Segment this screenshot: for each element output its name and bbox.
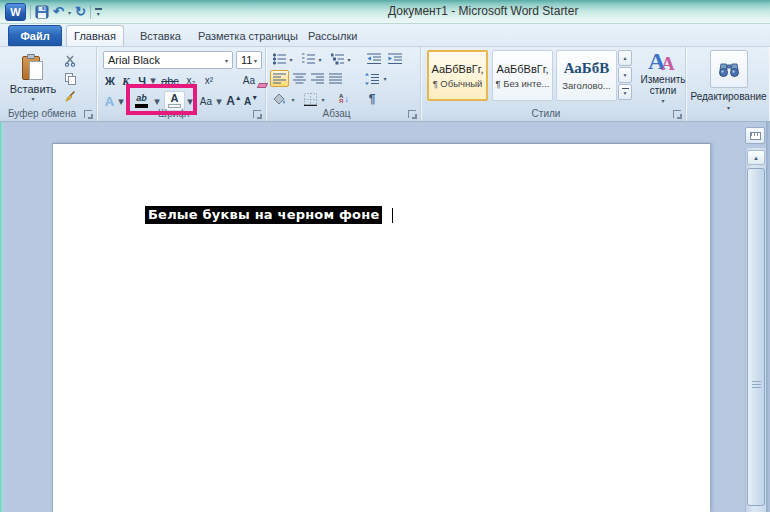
copy-button[interactable] [60,70,80,87]
numbering-button[interactable] [300,51,316,67]
line-spacing-button[interactable] [363,70,381,87]
line-spacing-dropdown-icon[interactable]: ▾ [381,70,389,87]
multilevel-dropdown-icon[interactable]: ▾ [345,51,353,67]
cut-button[interactable] [60,52,80,69]
styles-scroll-up-button[interactable]: ▲ [618,50,632,66]
undo-icon[interactable]: ↶ [53,5,64,19]
increase-indent-button[interactable] [386,51,404,67]
align-left-icon [273,73,286,84]
decrease-indent-button[interactable] [365,51,383,67]
scrollbar-grip-icon [752,381,761,388]
style-no-spacing[interactable]: АаБбВвГг, ¶ Без инте... [492,50,553,101]
clipboard-dialog-launcher-icon[interactable] [84,110,92,118]
change-styles-icon: А А [648,49,678,73]
group-styles: АаБбВвГг, ¶ Обычный АаБбВвГг, ¶ Без инте… [421,47,686,121]
ribbon-tab-row: Файл Главная Вставка Разметка страницы Р… [0,24,770,46]
copy-icon [65,73,76,85]
change-styles-button[interactable]: А А Изменить стили ▾ [640,49,686,107]
divider [30,5,31,19]
superscript-button[interactable]: x² [200,72,218,89]
document-workspace: Белые буквы на черном фоне ▲ [0,122,770,512]
styles-group-label: Стили [421,108,671,119]
clipboard-group-label: Буфер обмена [2,108,82,119]
tab-home[interactable]: Главная [66,25,124,46]
justify-button[interactable] [327,70,344,87]
styles-gallery-more-button[interactable]: ▼ [618,84,632,100]
paragraph-group-label: Абзац [267,108,406,119]
font-group-label: Шрифт [98,108,251,119]
down-caret-icon: ▼ [251,94,258,101]
multilevel-list-button[interactable] [329,51,345,67]
ruler-icon [750,132,761,140]
font-size-combobox[interactable]: 11 ▾ [236,51,262,69]
font-family-value: Arial Black [108,54,160,66]
shading-button[interactable] [271,90,289,108]
style-name: ¶ Без инте... [495,78,549,89]
multilevel-list-icon [331,53,344,65]
undo-dropdown-icon[interactable]: ▾ [68,9,71,16]
strikethrough-button[interactable]: abc [159,72,181,89]
font-family-combobox[interactable]: Arial Black ▾ [103,51,233,69]
document-page[interactable]: Белые буквы на черном фоне [52,143,710,512]
sort-button[interactable]: АЯ ↓ [334,90,354,108]
tab-page-layout[interactable]: Разметка страницы [186,25,310,46]
bar [622,88,629,89]
style-heading1[interactable]: АаБбВ Заголово... [556,50,617,101]
underline-dropdown-icon[interactable]: ▾ [149,72,157,89]
paste-label: Вставить [10,83,57,95]
style-normal[interactable]: АаБбВвГг, ¶ Обычный [427,50,488,101]
tab-mailings[interactable]: Рассылки [296,25,369,46]
title-bar: W ↶ ▾ ↻ ▾ Документ1 - Microsoft Word Sta… [0,0,770,24]
chevron-down-icon: ▾ [254,57,257,64]
decrease-indent-icon [367,53,381,65]
paste-clipboard-icon [22,55,44,82]
tab-insert[interactable]: Вставка [128,25,193,46]
scissors-icon [64,55,76,67]
bullets-dropdown-icon[interactable]: ▾ [287,51,295,67]
editing-dropdown-icon[interactable]: ▾ [688,104,769,111]
format-painter-button[interactable] [60,88,80,105]
scrollbar-thumb[interactable] [747,168,765,506]
group-font: Arial Black ▾ 11 ▾ Ж К Ч ▾ abc x₂ x² Аа [98,47,266,121]
sort-letters: АЯ [339,94,343,104]
shading-dropdown-icon[interactable]: ▾ [289,90,297,108]
align-center-button[interactable] [291,70,308,87]
vertical-scrollbar[interactable]: ▲ [745,148,766,512]
numbering-dropdown-icon[interactable]: ▾ [316,51,324,67]
customize-qat-icon[interactable]: ▾ [95,8,102,16]
bullets-button[interactable] [271,51,287,67]
highlighted-text[interactable]: Белые буквы на черном фоне [145,206,382,224]
subscript-button[interactable]: x₂ [182,72,200,89]
show-paragraph-marks-button[interactable]: ¶ [363,90,381,108]
binoculars-icon [718,60,740,78]
paint-bucket-icon [273,93,287,106]
change-styles-label: Изменить стили [640,74,686,96]
clear-formatting-button[interactable]: Аа [238,72,260,89]
paragraph-dialog-launcher-icon[interactable] [408,110,416,118]
paste-dropdown-icon[interactable]: ▾ [31,95,34,102]
word-logo-icon[interactable]: W [5,3,26,21]
arrow: ▾ [97,12,100,16]
redo-icon[interactable]: ↻ [75,5,86,19]
underline-button[interactable]: Ч [135,72,149,89]
style-name: ¶ Обычный [433,78,483,89]
align-right-button[interactable] [309,70,326,87]
borders-dropdown-icon[interactable]: ▾ [319,90,327,108]
styles-dialog-launcher-icon[interactable] [673,110,681,118]
paste-button[interactable]: Вставить ▾ [10,50,56,107]
font-dialog-launcher-icon[interactable] [253,110,261,118]
bold-button[interactable]: Ж [102,72,118,89]
styles-scroll-down-button[interactable]: ▼ [618,67,632,83]
editing-button[interactable] [710,50,748,88]
align-left-button[interactable] [270,70,289,87]
tab-file[interactable]: Файл [8,25,62,46]
italic-button[interactable]: К [119,72,133,89]
ruler-toggle-button[interactable] [745,127,765,144]
document-text-line[interactable]: Белые буквы на черном фоне [145,206,393,224]
save-icon[interactable] [35,5,49,19]
change-styles-dropdown-icon: ▾ [661,96,664,107]
bar [95,8,102,10]
increase-indent-icon [388,53,402,65]
borders-button[interactable] [301,90,319,108]
scroll-up-button[interactable]: ▲ [747,150,765,165]
